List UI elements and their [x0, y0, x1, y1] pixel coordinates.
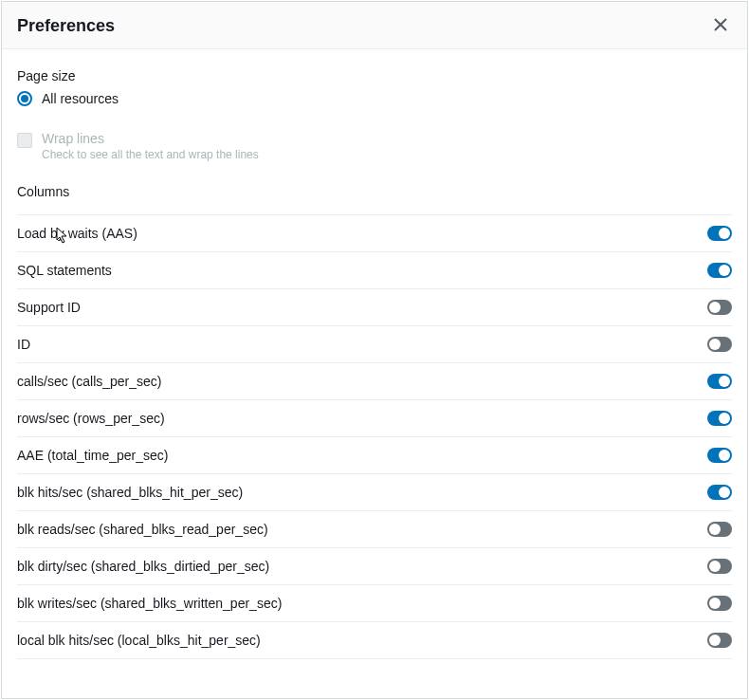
modal-body: Page size All resources Wrap lines Check…: [2, 49, 747, 667]
column-label: SQL statements: [17, 263, 112, 278]
column-toggle[interactable]: [707, 300, 732, 315]
wrap-lines-text: Wrap lines Check to see all the text and…: [42, 131, 259, 161]
column-row: blk hits/sec (shared_blks_hit_per_sec): [17, 474, 732, 511]
column-toggle[interactable]: [707, 633, 732, 648]
column-label: blk writes/sec (shared_blks_written_per_…: [17, 596, 282, 611]
column-toggle[interactable]: [707, 337, 732, 352]
column-toggle[interactable]: [707, 374, 732, 389]
toggle-knob: [719, 413, 730, 424]
page-size-option-row[interactable]: All resources: [17, 91, 732, 106]
column-row: Support ID: [17, 289, 732, 326]
wrap-lines-row: Wrap lines Check to see all the text and…: [17, 131, 732, 161]
modal-title: Preferences: [17, 16, 115, 36]
wrap-lines-label: Wrap lines: [42, 131, 259, 146]
toggle-knob: [709, 339, 721, 350]
column-toggle[interactable]: [707, 411, 732, 426]
radio-all-resources[interactable]: [17, 91, 32, 106]
close-button[interactable]: [709, 13, 732, 39]
column-row: SQL statements: [17, 252, 732, 289]
column-label: calls/sec (calls_per_sec): [17, 374, 162, 389]
column-row: AAE (total_time_per_sec): [17, 437, 732, 474]
wrap-lines-checkbox: [17, 133, 32, 148]
column-label: ID: [17, 337, 30, 352]
column-row: blk reads/sec (shared_blks_read_per_sec): [17, 511, 732, 548]
column-toggle[interactable]: [707, 226, 732, 241]
column-row: blk writes/sec (shared_blks_written_per_…: [17, 585, 732, 622]
toggle-knob: [719, 450, 730, 461]
column-toggle[interactable]: [707, 485, 732, 500]
column-row: rows/sec (rows_per_sec): [17, 400, 732, 437]
column-toggle[interactable]: [707, 448, 732, 463]
close-icon: [713, 17, 728, 35]
column-label: blk dirty/sec (shared_blks_dirtied_per_s…: [17, 559, 269, 574]
column-row: local blk hits/sec (local_blks_hit_per_s…: [17, 622, 732, 659]
column-label: blk reads/sec (shared_blks_read_per_sec): [17, 522, 268, 537]
toggle-knob: [719, 376, 730, 387]
column-row: ID: [17, 326, 732, 363]
column-row: Load by waits (AAS): [17, 214, 732, 252]
columns-section-label: Columns: [17, 184, 732, 199]
column-label: AAE (total_time_per_sec): [17, 448, 169, 463]
column-label: Load by waits (AAS): [17, 226, 137, 241]
column-label: rows/sec (rows_per_sec): [17, 411, 165, 426]
toggle-knob: [709, 561, 721, 572]
column-row: calls/sec (calls_per_sec): [17, 363, 732, 400]
radio-selected-dot: [21, 95, 28, 102]
toggle-knob: [709, 524, 721, 535]
page-size-label: Page size: [17, 68, 732, 83]
wrap-lines-description: Check to see all the text and wrap the l…: [42, 148, 259, 161]
toggle-knob: [709, 598, 721, 609]
toggle-knob: [719, 228, 730, 239]
modal-header: Preferences: [2, 2, 747, 49]
column-label: local blk hits/sec (local_blks_hit_per_s…: [17, 633, 261, 648]
toggle-knob: [709, 302, 721, 313]
column-row: blk dirty/sec (shared_blks_dirtied_per_s…: [17, 548, 732, 585]
preferences-modal: Preferences Page size All resources Wrap…: [1, 1, 748, 699]
radio-all-resources-label: All resources: [42, 91, 119, 106]
column-toggle[interactable]: [707, 596, 732, 611]
column-toggle[interactable]: [707, 559, 732, 574]
column-toggle[interactable]: [707, 522, 732, 537]
columns-list: Load by waits (AAS)SQL statementsSupport…: [17, 214, 732, 659]
toggle-knob: [719, 487, 730, 498]
column-toggle[interactable]: [707, 263, 732, 278]
column-label: Support ID: [17, 300, 81, 315]
column-label: blk hits/sec (shared_blks_hit_per_sec): [17, 485, 243, 500]
toggle-knob: [709, 635, 721, 646]
toggle-knob: [719, 265, 730, 276]
